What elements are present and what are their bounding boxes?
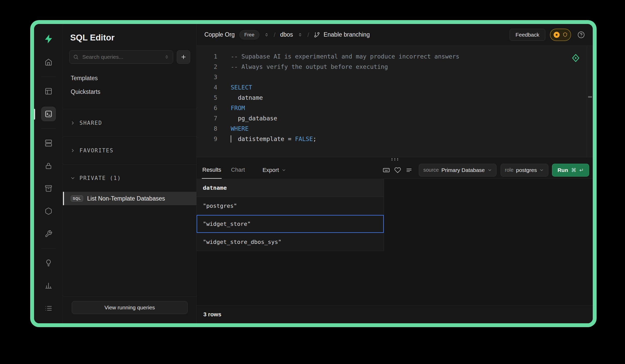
code-line: 8WHERE — [197, 123, 593, 134]
search-box[interactable] — [69, 50, 173, 64]
cmd-key-icon: ⌘ — [571, 167, 576, 173]
nav-table-editor[interactable] — [41, 84, 56, 98]
nav-quickstarts[interactable]: Quickstarts — [63, 85, 196, 99]
export-label: Export — [262, 167, 279, 173]
usage-shield-icon — [562, 32, 568, 38]
code-line: 4SELECT — [197, 82, 593, 93]
result-row[interactable]: "widget_store_dbos_sys" — [197, 233, 384, 251]
export-button[interactable]: Export — [261, 161, 288, 179]
code-line: 5 datname — [197, 93, 593, 103]
code-line: 7 pg_database — [197, 113, 593, 123]
section-label: FAVORITES — [79, 147, 114, 154]
nav-rail — [34, 24, 63, 323]
new-query-button[interactable] — [177, 50, 190, 64]
nav-templates[interactable]: Templates — [63, 71, 196, 85]
run-query-button[interactable]: Run ⌘ ↵ — [552, 164, 589, 177]
panel-nav: Templates Quickstarts — [63, 65, 196, 101]
tab-results[interactable]: Results — [202, 161, 222, 179]
feedback-button[interactable]: Feedback — [510, 29, 545, 41]
search-row — [63, 50, 196, 65]
nav-database[interactable] — [41, 136, 56, 150]
project-selector-button[interactable] — [298, 32, 303, 37]
enable-branching-label: Enable branching — [324, 31, 370, 38]
format-sql-button[interactable] — [403, 161, 415, 179]
advisors-icon — [45, 259, 52, 267]
enable-branching-button[interactable]: Enable branching — [314, 31, 370, 38]
line-number: 2 — [197, 62, 227, 72]
breadcrumb-separator: / — [307, 31, 309, 38]
source-value: Primary Database — [441, 167, 485, 173]
chevron-down-icon — [539, 168, 544, 172]
nav-advisors[interactable] — [41, 256, 56, 270]
chevron-down-icon — [282, 168, 286, 172]
chevron-down-icon — [487, 168, 492, 172]
favorite-query-button[interactable] — [392, 161, 403, 179]
results-table-body: "postgres""widget_store""widget_store_db… — [197, 197, 384, 251]
keyboard-icon — [383, 167, 390, 174]
search-input[interactable] — [82, 54, 161, 60]
reports-icon — [45, 282, 52, 289]
panel-splitter[interactable] — [197, 157, 593, 161]
editor-lines: 1-- Supabase AI is experimental and may … — [197, 51, 593, 144]
nav-edge-functions[interactable] — [41, 204, 56, 218]
panel-footer: View running queries — [63, 296, 196, 323]
project-header: Copple Org Free / dbos / Enable branchin… — [197, 24, 593, 46]
scrollbar-thumb[interactable] — [588, 96, 592, 98]
rail-divider — [41, 248, 56, 249]
rail-divider — [41, 77, 56, 77]
editor-scrollbar[interactable] — [587, 46, 593, 157]
heart-icon — [394, 167, 401, 173]
section-favorites[interactable]: FAVORITES — [63, 137, 196, 164]
tab-chart[interactable]: Chart — [230, 161, 245, 179]
project-breadcrumb[interactable]: dbos — [280, 31, 293, 38]
drag-handle-icon — [390, 158, 399, 161]
line-number: 4 — [197, 82, 227, 93]
chevron-down-icon — [70, 176, 75, 181]
line-number: 9 — [197, 134, 227, 144]
rail-divider — [41, 128, 56, 129]
nav-tools[interactable] — [41, 227, 56, 241]
edge-functions-icon — [45, 207, 52, 215]
help-button[interactable] — [576, 30, 586, 40]
help-icon — [577, 31, 585, 39]
code-line: 2-- Always verify the output before exec… — [197, 62, 593, 72]
logs-icon — [45, 304, 52, 312]
role-label: role — [505, 167, 514, 173]
source-select[interactable]: source Primary Database — [419, 164, 496, 177]
chevron-right-icon — [70, 120, 75, 126]
column-header-datname[interactable]: datname — [197, 179, 384, 197]
result-row[interactable]: "postgres" — [197, 197, 384, 215]
role-select[interactable]: role postgres — [501, 164, 549, 177]
nav-reports[interactable] — [41, 278, 56, 293]
line-number: 1 — [197, 51, 227, 62]
nav-authentication[interactable] — [41, 159, 56, 173]
view-running-queries-button[interactable]: View running queries — [72, 301, 188, 314]
main-content: Copple Org Free / dbos / Enable branchin… — [197, 24, 593, 323]
run-label: Run — [557, 167, 568, 173]
chevrons-up-down-icon — [264, 32, 269, 37]
nav-logs[interactable] — [41, 301, 56, 316]
page-title: SQL Editor — [63, 24, 196, 50]
keyboard-shortcuts-button[interactable] — [381, 161, 392, 179]
tools-icon — [45, 230, 52, 238]
nav-storage[interactable] — [41, 181, 56, 196]
section-private[interactable]: PRIVATE (1) — [63, 164, 196, 192]
sql-code-editor[interactable]: 1-- Supabase AI is experimental and may … — [197, 46, 593, 157]
desktop-background: SQL Editor Templates Quickstarts — [0, 0, 625, 364]
plan-badge[interactable]: Free — [239, 30, 259, 39]
nav-home[interactable] — [41, 55, 56, 69]
results-status-bar: 3 rows — [197, 305, 593, 323]
storage-icon — [45, 185, 52, 192]
ai-assistant-button[interactable] — [571, 53, 580, 63]
nav-sql-editor[interactable] — [41, 107, 56, 121]
section-shared[interactable]: SHARED — [63, 109, 196, 137]
line-number: 5 — [197, 93, 227, 103]
supabase-logo[interactable] — [43, 33, 54, 45]
result-row-selected[interactable]: "widget_store" — [197, 215, 384, 233]
usage-coin-icon — [553, 31, 560, 38]
code-line: 1-- Supabase AI is experimental and may … — [197, 51, 593, 62]
org-selector-button[interactable] — [264, 32, 269, 37]
query-item-selected[interactable]: SQL List Non-Template Databases — [63, 192, 196, 205]
org-breadcrumb[interactable]: Copple Org — [204, 31, 235, 38]
org-usage-badge[interactable] — [550, 29, 571, 41]
